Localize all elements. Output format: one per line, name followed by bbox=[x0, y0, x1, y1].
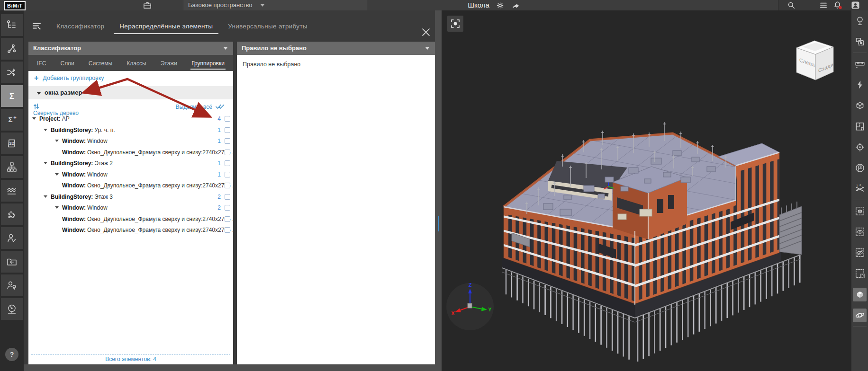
caret-down-icon[interactable] bbox=[55, 140, 59, 142]
view-cube[interactable]: Слева Сзади bbox=[792, 34, 840, 84]
dashboard-gauge-icon[interactable] bbox=[1, 298, 23, 320]
caret-down-icon[interactable] bbox=[44, 162, 47, 164]
user-location-icon[interactable] bbox=[1, 274, 23, 296]
chevron-down-icon bbox=[261, 4, 264, 7]
app-logo: BiMiT bbox=[4, 1, 26, 10]
capture-region-icon[interactable] bbox=[851, 31, 868, 52]
axis-measure-icon[interactable]: 12 bbox=[851, 178, 868, 199]
workspace-label: Базовое пространство bbox=[188, 1, 253, 9]
user-check-icon[interactable] bbox=[1, 227, 23, 249]
caret-down-icon[interactable] bbox=[44, 195, 47, 198]
tree-row-storey[interactable]: BuildingStorey:Этаж 21 bbox=[28, 158, 233, 169]
row-checkbox[interactable] bbox=[225, 205, 230, 211]
subtab-ifc[interactable]: IFC bbox=[36, 56, 47, 70]
focus-target-icon[interactable] bbox=[851, 137, 868, 158]
chevron-down-icon bbox=[425, 47, 429, 50]
panel-resize-handle[interactable] bbox=[438, 216, 439, 231]
left-toolbar: Σ Σ+ 2D ? bbox=[0, 10, 24, 371]
tree-row-window-group[interactable]: Window:Window1 bbox=[28, 136, 233, 147]
notifications-bell-icon[interactable] bbox=[833, 1, 842, 9]
floorplan-icon[interactable] bbox=[851, 116, 868, 137]
tree-row-window-group[interactable]: Window:Window1 bbox=[28, 169, 233, 181]
orbit-view-icon[interactable] bbox=[851, 305, 868, 326]
svg-text:2D: 2D bbox=[9, 141, 15, 146]
charts-icon[interactable] bbox=[1, 180, 23, 202]
row-checkbox[interactable] bbox=[225, 150, 230, 155]
share-icon[interactable] bbox=[512, 2, 520, 9]
folder-import-icon[interactable] bbox=[1, 251, 23, 273]
briefcase-icon[interactable] bbox=[143, 1, 152, 9]
caret-down-icon[interactable] bbox=[55, 206, 59, 209]
row-checkbox[interactable] bbox=[225, 116, 230, 122]
row-checkbox[interactable] bbox=[225, 172, 230, 177]
help-button[interactable]: ? bbox=[5, 348, 18, 361]
tree-row-project[interactable]: Project:AP4 bbox=[28, 114, 233, 125]
list-icon[interactable] bbox=[820, 2, 827, 9]
org-chart-icon[interactable] bbox=[1, 156, 23, 178]
tab-unallocated-elements[interactable]: Нераспределённые элементы bbox=[114, 23, 218, 30]
hide-box-icon[interactable] bbox=[851, 242, 868, 263]
settings-gear-icon[interactable] bbox=[497, 2, 504, 9]
subtab-layers[interactable]: Слои bbox=[59, 56, 75, 70]
dock-right-strip bbox=[435, 10, 442, 371]
tree-row-window-leaf[interactable]: Window:Окно_Двупольное_Фрамуга сверху и … bbox=[28, 180, 233, 192]
add-grouping-button[interactable]: +Добавить группировку bbox=[28, 71, 233, 85]
grouping-row[interactable]: окна размер bbox=[28, 86, 233, 99]
dock-menu-icon[interactable] bbox=[32, 21, 42, 31]
model-structure-icon[interactable] bbox=[1, 14, 23, 36]
row-checkbox[interactable] bbox=[225, 194, 230, 200]
row-checkbox[interactable] bbox=[225, 138, 230, 144]
tree-row-storey[interactable]: BuildingStorey:Ур. ч. п.1 bbox=[28, 125, 233, 136]
tree-row-storey[interactable]: BuildingStorey:Этаж 32 bbox=[28, 192, 233, 203]
select-all-button[interactable]: Выделить всё bbox=[175, 104, 212, 110]
view-2d-icon[interactable]: 2D bbox=[1, 132, 23, 154]
subtab-groupings[interactable]: Группировки bbox=[190, 56, 226, 70]
row-checkbox[interactable] bbox=[225, 127, 230, 133]
caret-down-icon[interactable] bbox=[55, 173, 59, 176]
tree-row-window-leaf[interactable]: Window:Окно_Двупольное_Фрамуга сверху и … bbox=[28, 214, 233, 225]
shaded-view-icon[interactable] bbox=[851, 284, 868, 305]
3d-viewport[interactable]: Слева Сзади X Y Z 12 bbox=[442, 10, 868, 371]
row-checkbox[interactable] bbox=[225, 216, 230, 222]
subtab-classes[interactable]: Классы bbox=[126, 56, 147, 70]
tree-row-window-group[interactable]: Window:Window2 bbox=[28, 203, 233, 214]
caret-down-icon[interactable] bbox=[32, 117, 36, 120]
elements-total: Всего элементов: 4 bbox=[31, 354, 230, 364]
show-box-icon[interactable] bbox=[851, 221, 868, 242]
axis-gizmo[interactable]: X Y Z bbox=[442, 278, 501, 337]
dock-bottom-strip bbox=[24, 364, 442, 371]
tree-row-window-leaf[interactable]: Window:Окно_Двупольное_Фрамуга сверху и … bbox=[28, 147, 233, 159]
search-icon[interactable] bbox=[787, 1, 795, 9]
plugins-icon[interactable] bbox=[1, 203, 23, 225]
tree-row-window-leaf[interactable]: Window:Окно_Двупольное_Фрамуга сверху и … bbox=[28, 225, 233, 236]
classifier-sigma-icon[interactable]: Σ bbox=[1, 85, 23, 107]
caret-down-icon[interactable] bbox=[44, 129, 47, 131]
tab-classifier[interactable]: Классификатор bbox=[51, 23, 110, 30]
row-checkbox[interactable] bbox=[225, 160, 230, 166]
subtab-storeys[interactable]: Этажи bbox=[160, 56, 178, 70]
classifier-add-sigma-icon[interactable]: Σ+ bbox=[1, 109, 23, 131]
subtab-systems[interactable]: Системы bbox=[88, 56, 113, 70]
focus-model-button[interactable] bbox=[447, 16, 463, 32]
section-box-icon[interactable] bbox=[851, 95, 868, 116]
close-icon[interactable] bbox=[422, 28, 431, 37]
tab-universal-attributes[interactable]: Универсальные атрибуты bbox=[222, 23, 313, 30]
user-avatar-icon[interactable] bbox=[851, 1, 859, 9]
flash-icon[interactable] bbox=[851, 74, 868, 95]
isolate-box-icon[interactable] bbox=[851, 201, 868, 221]
relations-icon[interactable] bbox=[1, 38, 23, 60]
classifier-panel: Классификатор IFC Слои Системы Классы Эт… bbox=[28, 42, 233, 364]
clear-selection-icon[interactable] bbox=[851, 263, 868, 284]
row-checkbox[interactable] bbox=[225, 183, 230, 188]
rule-panel-header[interactable]: Правило не выбрано bbox=[237, 42, 435, 55]
workspace-selector[interactable]: Базовое пространство bbox=[183, 0, 367, 10]
dock-tab-bar: Классификатор Нераспределённые элементы … bbox=[24, 10, 442, 42]
tree-icon[interactable] bbox=[851, 10, 868, 31]
ruler-icon[interactable] bbox=[851, 53, 868, 74]
double-check-icon[interactable] bbox=[216, 103, 225, 110]
flag-icon[interactable] bbox=[851, 158, 868, 178]
row-checkbox[interactable] bbox=[225, 227, 230, 233]
shuffle-icon[interactable] bbox=[1, 62, 23, 83]
rule-empty-text: Правило не выбрано bbox=[237, 55, 435, 74]
classifier-panel-header[interactable]: Классификатор bbox=[28, 42, 233, 55]
